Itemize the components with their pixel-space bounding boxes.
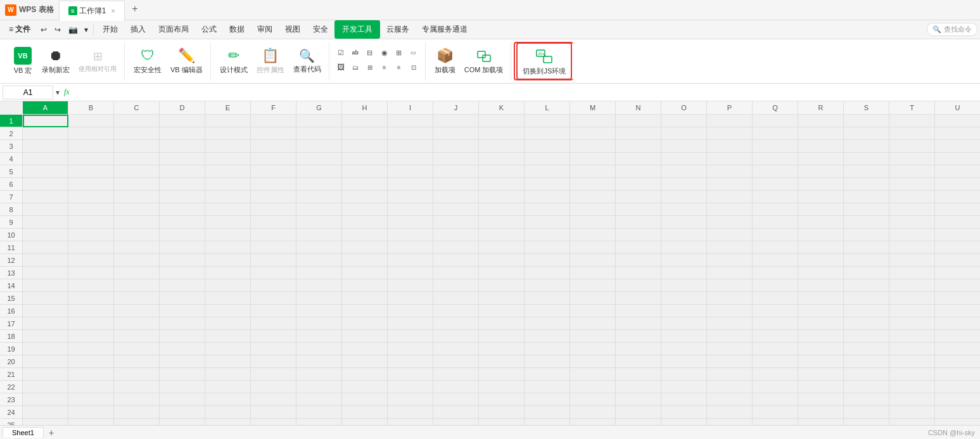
cell-F6[interactable] (251, 178, 296, 191)
formula-icon[interactable]: fx (63, 86, 75, 99)
cell-S6[interactable] (844, 178, 889, 191)
cell-E18[interactable] (205, 330, 251, 343)
cell-L2[interactable] (525, 127, 570, 140)
cell-A18[interactable] (23, 330, 68, 343)
cell-I8[interactable] (388, 203, 433, 216)
cell-D11[interactable] (160, 241, 205, 254)
vb-macro-btn[interactable]: VB VB 宏 (9, 45, 37, 77)
cell-O19[interactable] (661, 343, 707, 355)
menu-file[interactable]: ≡ 文件 (3, 22, 37, 37)
cell-E10[interactable] (205, 229, 251, 241)
cell-E6[interactable] (205, 178, 251, 191)
cell-E5[interactable] (205, 165, 251, 178)
cell-E7[interactable] (205, 191, 251, 203)
cell-G5[interactable] (296, 165, 342, 178)
row-header-24[interactable]: 24 (0, 406, 22, 419)
cell-S20[interactable] (844, 355, 889, 368)
cell-B4[interactable] (68, 153, 114, 165)
cell-P23[interactable] (707, 393, 753, 406)
menu-data[interactable]: 数据 (223, 22, 251, 37)
cell-J5[interactable] (433, 165, 479, 178)
cell-N22[interactable] (616, 381, 661, 393)
cell-H17[interactable] (342, 317, 388, 330)
cell-J17[interactable] (433, 317, 479, 330)
col-header-T[interactable]: T (889, 101, 935, 114)
cell-K9[interactable] (479, 216, 525, 229)
cell-L22[interactable] (525, 381, 570, 393)
cell-N24[interactable] (616, 406, 661, 419)
cell-N18[interactable] (616, 330, 661, 343)
cell-O8[interactable] (661, 203, 707, 216)
cell-E12[interactable] (205, 254, 251, 267)
cell-I3[interactable] (388, 140, 433, 153)
cell-P11[interactable] (707, 241, 753, 254)
cell-J24[interactable] (433, 406, 479, 419)
addins-btn[interactable]: 📦 加载项 (431, 46, 459, 77)
cell-D17[interactable] (160, 317, 205, 330)
cell-L8[interactable] (525, 203, 570, 216)
cell-G13[interactable] (296, 267, 342, 279)
row-header-23[interactable]: 23 (0, 393, 22, 406)
cell-F5[interactable] (251, 165, 296, 178)
cell-L13[interactable] (525, 267, 570, 279)
cell-D1[interactable] (160, 115, 205, 127)
cell-M8[interactable] (570, 203, 616, 216)
cell-N21[interactable] (616, 368, 661, 381)
cell-G18[interactable] (296, 330, 342, 343)
cell-N13[interactable] (616, 267, 661, 279)
row-header-19[interactable]: 19 (0, 343, 22, 355)
cell-N19[interactable] (616, 343, 661, 355)
cell-D7[interactable] (160, 191, 205, 203)
col-header-H[interactable]: H (342, 101, 388, 114)
cell-T11[interactable] (889, 241, 935, 254)
cell-K14[interactable] (479, 279, 525, 292)
cell-U2[interactable] (935, 127, 980, 140)
cell-L18[interactable] (525, 330, 570, 343)
col-header-F[interactable]: F (251, 101, 296, 114)
cell-D23[interactable] (160, 393, 205, 406)
row-header-21[interactable]: 21 (0, 368, 22, 381)
cell-T18[interactable] (889, 330, 935, 343)
col-header-J[interactable]: J (433, 101, 479, 114)
cell-U13[interactable] (935, 267, 980, 279)
cell-Q5[interactable] (753, 165, 798, 178)
cell-U14[interactable] (935, 279, 980, 292)
cell-A3[interactable] (23, 140, 68, 153)
cell-O24[interactable] (661, 406, 707, 419)
cell-B10[interactable] (68, 229, 114, 241)
cell-K23[interactable] (479, 393, 525, 406)
cell-U22[interactable] (935, 381, 980, 393)
relative-ref-btn[interactable]: ⊞ 使用相对引用 (75, 48, 120, 75)
cell-N15[interactable] (616, 292, 661, 305)
cell-H23[interactable] (342, 393, 388, 406)
cell-O21[interactable] (661, 368, 707, 381)
cell-G11[interactable] (296, 241, 342, 254)
cell-I9[interactable] (388, 216, 433, 229)
vb-editor-btn[interactable]: ✏️ VB 编辑器 (167, 46, 207, 77)
cell-L17[interactable] (525, 317, 570, 330)
cell-K7[interactable] (479, 191, 525, 203)
cell-B20[interactable] (68, 355, 114, 368)
cell-R11[interactable] (798, 241, 844, 254)
cell-S15[interactable] (844, 292, 889, 305)
cell-Q13[interactable] (753, 267, 798, 279)
cell-P6[interactable] (707, 178, 753, 191)
cell-P4[interactable] (707, 153, 753, 165)
cell-B6[interactable] (68, 178, 114, 191)
cell-I17[interactable] (388, 317, 433, 330)
cell-I5[interactable] (388, 165, 433, 178)
cell-R9[interactable] (798, 216, 844, 229)
cell-U8[interactable] (935, 203, 980, 216)
cell-O11[interactable] (661, 241, 707, 254)
cell-B1[interactable] (68, 115, 114, 127)
cell-K4[interactable] (479, 153, 525, 165)
cell-P19[interactable] (707, 343, 753, 355)
cell-R12[interactable] (798, 254, 844, 267)
cell-H3[interactable] (342, 140, 388, 153)
cell-M9[interactable] (570, 216, 616, 229)
cell-T16[interactable] (889, 305, 935, 317)
row-header-7[interactable]: 7 (0, 191, 22, 203)
cell-T19[interactable] (889, 343, 935, 355)
cell-M5[interactable] (570, 165, 616, 178)
cell-U4[interactable] (935, 153, 980, 165)
